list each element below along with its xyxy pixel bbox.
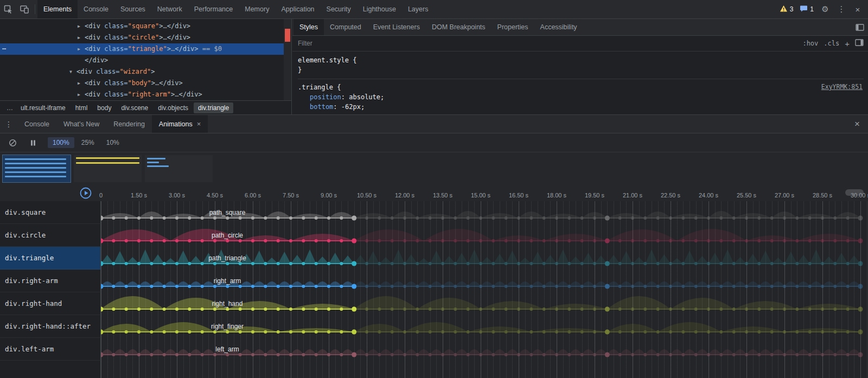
sidebar-tab-dom-breakpoints[interactable]: DOM Breakpoints xyxy=(426,19,492,35)
sidebar-overflow-icon[interactable] xyxy=(852,19,868,35)
svg-text:left_arm: left_arm xyxy=(215,345,239,353)
new-style-rule-button[interactable]: + xyxy=(845,39,850,48)
tab-application[interactable]: Application xyxy=(275,0,320,18)
drawer-tab-what-s-new[interactable]: What's New xyxy=(56,115,106,133)
dom-node[interactable]: ⋯▶<div class="triangle">…</div> == $0 xyxy=(0,43,284,55)
dom-node[interactable]: ▶<div class="right-arm">…</div> xyxy=(0,89,284,100)
sidebar-tab-properties[interactable]: Properties xyxy=(492,19,534,35)
sidebar-tab-event-listeners[interactable]: Event Listeners xyxy=(367,19,426,35)
svg-text:right_finger: right_finger xyxy=(211,323,244,330)
row-label-divcircle[interactable]: div.circle xyxy=(0,224,101,247)
issues-badge[interactable]: 1 xyxy=(796,5,817,14)
sidebar-tab-styles[interactable]: Styles xyxy=(293,19,324,35)
animation-track[interactable]: path_triangle xyxy=(101,247,868,270)
playback-rate-25[interactable]: 25% xyxy=(76,137,99,148)
collapsed-arrow-icon[interactable]: ▶ xyxy=(78,78,85,89)
dom-node[interactable]: ▶<div class="circle">…</div> xyxy=(0,32,284,43)
tab-network[interactable]: Network xyxy=(151,0,188,18)
breadcrumb-item-divobjects[interactable]: div.objects xyxy=(154,102,193,113)
breadcrumb-item-divscene[interactable]: div.scene xyxy=(117,102,152,113)
animation-track[interactable]: left_arm xyxy=(101,338,868,361)
close-tab-icon[interactable]: × xyxy=(197,120,201,128)
rule-selector[interactable]: element.style { xyxy=(298,55,864,65)
breadcrumb-item-ultresult-iframe[interactable]: ult.result-iframe xyxy=(16,102,70,113)
animation-track[interactable]: right_finger xyxy=(101,315,868,338)
tab-layers[interactable]: Layers xyxy=(402,0,435,18)
animation-track[interactable]: right_arm xyxy=(101,270,868,292)
tab-sources[interactable]: Sources xyxy=(114,0,151,18)
animation-row: div.squarepath_square xyxy=(0,201,868,224)
row-label-divright-hand[interactable]: div.right-hand xyxy=(0,292,101,315)
row-label-divright-handafter[interactable]: div.right-hand::after xyxy=(0,315,101,338)
rule-selector[interactable]: .triangle { xyxy=(298,82,864,92)
svg-text:path_circle: path_circle xyxy=(212,232,243,239)
tab-memory[interactable]: Memory xyxy=(239,0,275,18)
settings-gear-icon[interactable]: ⚙ xyxy=(817,1,833,17)
animation-group-preview-3[interactable] xyxy=(145,155,213,182)
time-tick-label: 10.50 s xyxy=(357,192,376,198)
expanded-arrow-icon[interactable]: ▼ xyxy=(69,66,76,78)
drawer-tab-rendering[interactable]: Rendering xyxy=(106,115,152,133)
tab-elements[interactable]: Elements xyxy=(37,0,78,18)
pause-all-icon[interactable] xyxy=(25,134,41,151)
tab-security[interactable]: Security xyxy=(321,0,357,18)
stylesheet-link[interactable]: ExyYRMK:851 xyxy=(821,82,863,92)
dock-sidebar-icon[interactable] xyxy=(855,39,864,48)
drawer-tab-console[interactable]: Console xyxy=(17,115,56,133)
row-label-divtriangle[interactable]: div.triangle xyxy=(0,247,101,270)
styles-filter-input[interactable] xyxy=(297,39,797,48)
collapsed-arrow-icon[interactable]: ▶ xyxy=(78,89,85,100)
animation-group-preview-2[interactable] xyxy=(74,155,142,182)
row-label-divright-arm[interactable]: div.right-arm xyxy=(0,270,101,292)
breadcrumb-item-html[interactable]: html xyxy=(71,102,92,113)
drawer-tab-animations[interactable]: Animations× xyxy=(152,115,208,133)
close-drawer-icon[interactable]: × xyxy=(846,115,868,133)
animation-previews-strip xyxy=(0,152,868,185)
playback-rate-100[interactable]: 100% xyxy=(48,137,74,148)
row-label-divsquare[interactable]: div.square xyxy=(0,201,101,224)
animation-track[interactable]: path_square xyxy=(101,201,868,224)
sidebar-tab-computed[interactable]: Computed xyxy=(324,19,367,35)
collapsed-arrow-icon[interactable]: ▶ xyxy=(78,21,85,32)
breadcrumb-item-divtriangle[interactable]: div.triangle xyxy=(194,102,233,113)
dom-token: "body" xyxy=(127,79,151,87)
dom-node[interactable]: </div> xyxy=(0,55,284,66)
dom-node[interactable]: ▼<div class="wizard"> xyxy=(0,66,284,78)
node-menu-dots-icon[interactable]: ⋯ xyxy=(2,43,5,55)
warnings-badge[interactable]: 3 xyxy=(776,5,797,14)
tab-console[interactable]: Console xyxy=(78,0,114,18)
animation-track[interactable]: path_circle xyxy=(101,224,868,247)
animation-group-preview-1[interactable] xyxy=(3,155,71,182)
close-devtools-icon[interactable]: × xyxy=(850,1,866,17)
animation-track[interactable]: right_hand xyxy=(101,292,868,315)
device-toolbar-button[interactable] xyxy=(16,1,33,17)
class-toggle[interactable]: .cls xyxy=(824,40,839,47)
tab-lighthouse[interactable]: Lighthouse xyxy=(357,0,402,18)
replay-button[interactable] xyxy=(79,187,92,200)
css-property[interactable]: bottom: -62px; xyxy=(298,102,864,112)
dom-token: > xyxy=(151,79,155,87)
tab-performance[interactable]: Performance xyxy=(188,0,239,18)
sidebar-tab-accessibility[interactable]: Accessibility xyxy=(534,19,583,35)
playback-rate-10[interactable]: 10% xyxy=(101,137,124,148)
drawer-menu-icon[interactable]: ⋮ xyxy=(0,115,17,133)
breadcrumb-overflow-icon[interactable]: … xyxy=(4,104,15,112)
style-rule: ExyYRMK:851.triangle {position: absolute… xyxy=(298,79,864,114)
row-label-divleft-arm[interactable]: div.left-arm xyxy=(0,338,101,361)
more-options-icon[interactable]: ⋮ xyxy=(833,1,850,17)
css-property[interactable]: position: absolute; xyxy=(298,92,864,102)
dom-token: </div> xyxy=(159,79,182,87)
breadcrumb-item-body[interactable]: body xyxy=(93,102,116,113)
time-tick-label: 18.00 s xyxy=(547,192,566,198)
pseudo-state-toggle[interactable]: :hov xyxy=(802,40,818,47)
elements-scrollbar[interactable] xyxy=(284,19,291,100)
timeline-ruler: 01.50 s3.00 s4.50 s6.00 s7.50 s9.00 s10.… xyxy=(0,184,868,202)
inspect-element-button[interactable] xyxy=(0,1,16,17)
collapsed-arrow-icon[interactable]: ▶ xyxy=(78,32,85,43)
dom-node[interactable]: ▶<div class="body">…</div> xyxy=(0,78,284,89)
dom-node[interactable]: ▶<div class="square">…</div> xyxy=(0,21,284,32)
clear-all-icon[interactable] xyxy=(4,134,21,151)
panel-tabs: ElementsConsoleSourcesNetworkPerformance… xyxy=(37,0,434,18)
collapsed-arrow-icon[interactable]: ▶ xyxy=(78,43,85,55)
preview-line xyxy=(147,162,159,163)
